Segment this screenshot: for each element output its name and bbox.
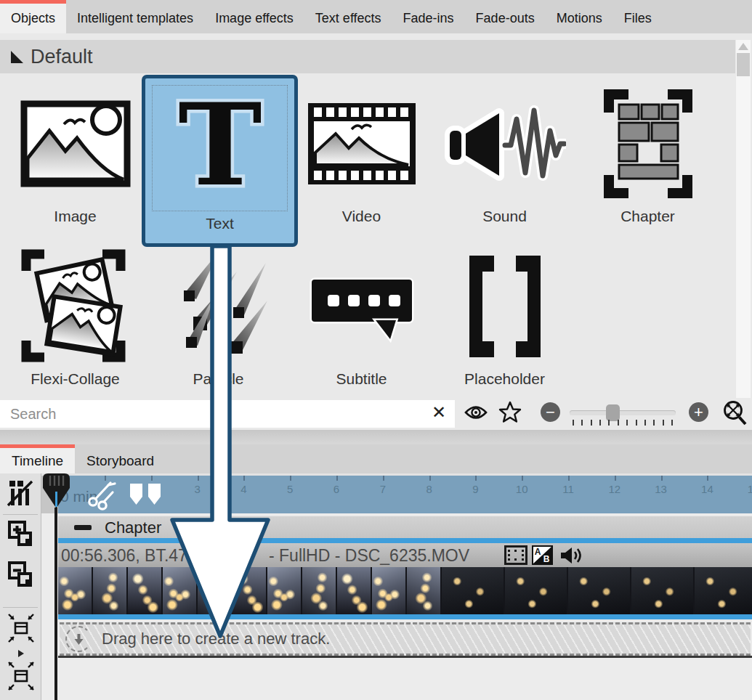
chapter-track-label: Chapter xyxy=(105,518,161,537)
ruler-number: 5 xyxy=(275,483,304,495)
drop-circle-icon xyxy=(65,626,92,652)
clear-search-icon[interactable]: ✕ xyxy=(432,404,446,421)
clip-thumbnail xyxy=(267,567,301,614)
ruler-number: 3 xyxy=(183,483,212,495)
clip-frames-icon[interactable] xyxy=(504,545,527,568)
ruler-number: 7 xyxy=(368,483,397,495)
object-tile-video[interactable]: Video xyxy=(290,81,433,244)
ruler-tick xyxy=(429,476,431,481)
object-tile-flexi-collage[interactable]: Flexi-Collage xyxy=(4,244,147,407)
tile-label: Image xyxy=(54,208,96,225)
object-tile-image[interactable]: Image xyxy=(4,81,147,244)
favorite-star-icon[interactable] xyxy=(498,401,522,427)
slider-tick xyxy=(599,420,601,426)
remove-track-icon[interactable] xyxy=(7,561,33,597)
new-track-drop-zone[interactable]: Drag here to create a new track. xyxy=(60,622,751,656)
tab-timeline[interactable]: Timeline xyxy=(0,444,75,473)
clip-thumbnail xyxy=(337,567,371,614)
expand-tracks-icon[interactable] xyxy=(7,661,35,696)
collapse-tracks-icon[interactable] xyxy=(7,613,35,648)
clip-thumbnail xyxy=(233,567,266,614)
tab-objects[interactable]: Objects xyxy=(0,0,66,33)
tab-label: Objects xyxy=(11,11,55,26)
ruler-tick xyxy=(336,476,338,481)
tile-label: Flexi-Collage xyxy=(31,370,120,388)
ruler-tick xyxy=(198,476,199,481)
particle-icon xyxy=(164,244,273,369)
collapse-triangle-icon xyxy=(11,51,23,63)
objects-panel: Default Image TText Video Sound Chapter … xyxy=(0,33,752,430)
clip-thumbnail xyxy=(58,567,92,614)
tab-fade-ins[interactable]: Fade-ins xyxy=(392,0,465,33)
ruler-number: 8 xyxy=(415,483,444,495)
tile-label: Sound xyxy=(482,208,527,225)
collapse-dropdown-icon[interactable] xyxy=(17,648,25,661)
tile-label: Particle xyxy=(193,370,243,388)
object-tile-subtitle[interactable]: Subtitle xyxy=(290,244,433,407)
search-input[interactable] xyxy=(0,400,455,428)
clip-header[interactable]: 00:56.306, BT.47 - FullHD - DSC_6235.MOV… xyxy=(58,543,752,567)
tab-fade-outs[interactable]: Fade-outs xyxy=(465,0,546,33)
tab-intelligent-templates[interactable]: Intelligent templates xyxy=(66,0,204,33)
clip-thumbnail xyxy=(372,567,405,614)
tab-storyboard[interactable]: Storyboard xyxy=(75,444,166,473)
ruler-number: 9 xyxy=(461,483,490,495)
subtitle-icon xyxy=(307,244,416,369)
object-tile-text[interactable]: TText xyxy=(142,75,298,247)
clip-sound-icon[interactable] xyxy=(559,545,583,569)
chapter-track-header[interactable]: Chapter xyxy=(58,516,752,539)
zoom-in-button[interactable]: + xyxy=(689,402,708,422)
clip-thumbnail xyxy=(198,567,231,614)
clip-ab-contrast-icon[interactable]: A B xyxy=(532,545,553,568)
zoom-fit-icon[interactable] xyxy=(721,399,749,430)
tile-label: Placeholder xyxy=(464,370,545,388)
image-icon xyxy=(20,81,131,206)
tab-label: Timeline xyxy=(12,453,63,469)
collapse-minus-icon[interactable] xyxy=(74,525,92,530)
timeline-ruler[interactable]: 0 min 3456789101112131415 xyxy=(41,473,752,513)
ruler-tick xyxy=(522,476,523,481)
clip-thumbnail xyxy=(407,567,440,614)
group-header-default[interactable]: Default xyxy=(0,40,735,73)
slider-tick xyxy=(653,420,655,426)
ruler-number: 13 xyxy=(647,483,676,495)
playhead-marker[interactable] xyxy=(41,473,71,513)
playhead-line[interactable] xyxy=(54,508,57,700)
panel-divider xyxy=(0,430,752,444)
clip-thumbnail-strip[interactable] xyxy=(58,567,752,614)
tab-label: Intelligent templates xyxy=(77,11,193,26)
visibility-eye-icon[interactable] xyxy=(464,404,488,424)
ruler-number: 12 xyxy=(600,483,629,495)
tab-motions[interactable]: Motions xyxy=(546,0,613,33)
tab-image-effects[interactable]: Image effects xyxy=(204,0,304,33)
clip-thumbnail xyxy=(695,567,752,614)
object-tile-placeholder[interactable]: Placeholder xyxy=(433,244,576,407)
tab-files[interactable]: Files xyxy=(613,0,663,33)
ruler-number: 15 xyxy=(739,483,752,495)
search-row: ✕ − + xyxy=(0,398,752,430)
zoom-out-button[interactable]: − xyxy=(541,402,560,422)
object-tile-sound[interactable]: Sound xyxy=(433,81,576,244)
object-tile-chapter[interactable]: Chapter xyxy=(576,81,719,244)
timeline-area: 0 min 3456789101112131415 xyxy=(0,473,752,700)
track-rail xyxy=(58,538,752,543)
tab-text-effects[interactable]: Text effects xyxy=(304,0,392,33)
tile-label: Video xyxy=(342,208,381,225)
add-track-icon[interactable] xyxy=(7,520,33,556)
clip-thumbnail xyxy=(505,567,567,614)
ruler-tick xyxy=(290,476,291,481)
scrollbar-thumb[interactable] xyxy=(737,53,750,76)
zoom-slider[interactable] xyxy=(570,410,676,415)
objects-scrollbar[interactable] xyxy=(736,40,751,410)
object-tile-particle[interactable]: Particle xyxy=(147,244,290,407)
slider-tick xyxy=(573,420,574,426)
zoom-slider-ticks xyxy=(573,420,673,426)
ruler-tick xyxy=(661,476,663,481)
split-pennants-icon[interactable] xyxy=(129,482,163,510)
hide-tracks-icon[interactable] xyxy=(7,479,33,510)
clip-thumbnail xyxy=(568,567,630,614)
tab-label: Fade-outs xyxy=(476,11,535,26)
cut-scissors-icon[interactable] xyxy=(84,478,117,513)
zoom-slider-thumb[interactable] xyxy=(606,404,620,421)
scroll-up-icon[interactable] xyxy=(738,43,748,50)
